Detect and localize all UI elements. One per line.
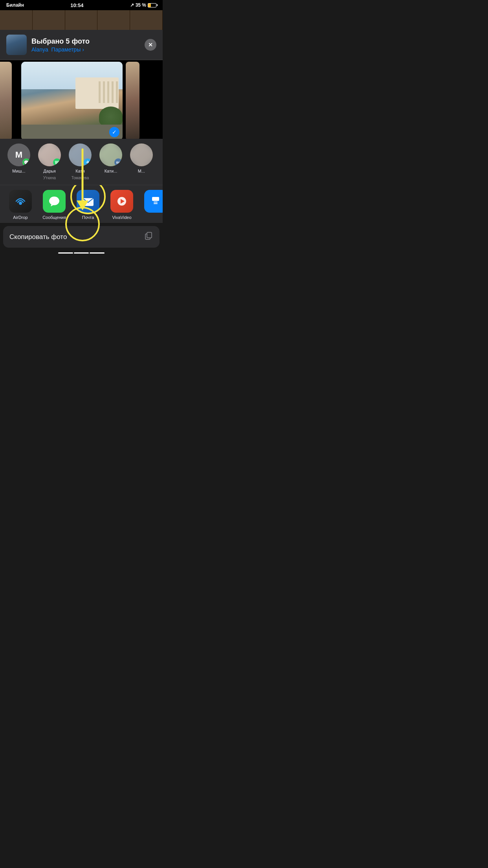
status-right: ↗ 35 % (130, 2, 156, 8)
contact-avatar-5 (130, 143, 153, 166)
copy-icon (145, 232, 153, 242)
contact-badge-2: W (53, 158, 61, 166)
messages-icon (43, 190, 66, 213)
time-label: 10:54 (70, 2, 83, 8)
contact-avatar-2: W (38, 143, 61, 166)
photo-strip-item-3 (65, 10, 98, 30)
menu-item-copy[interactable]: Скопировать фото (3, 226, 160, 248)
carrier-label: Билайн (6, 2, 24, 8)
vivavideo-svg (115, 195, 128, 208)
messages-svg (48, 195, 61, 208)
action-blue-app[interactable] (141, 185, 163, 220)
photo-strip-item-4 (97, 10, 130, 30)
photo-strip-item-2 (33, 10, 65, 30)
thumb-image (6, 35, 27, 55)
actions-row: AirDrop Сообщения Почта VivaVi (0, 185, 163, 223)
action-mail[interactable]: Почта (74, 185, 102, 220)
airdrop-svg (14, 195, 27, 208)
settings-link[interactable]: Параметры (51, 46, 81, 53)
photo-strip-item-1 (0, 10, 33, 30)
menu-section: Скопировать фото (3, 226, 160, 248)
contact-badge-1: 💬 (22, 158, 30, 166)
location-icon: ↗ (130, 2, 134, 8)
share-thumbnail (6, 35, 27, 55)
building-columns (99, 81, 118, 103)
main-photo: ✓ (21, 62, 123, 139)
chevron-icon: › (82, 46, 84, 53)
status-bar: Билайн 10:54 ↗ 35 % (0, 0, 163, 10)
svg-point-1 (49, 197, 59, 205)
airdrop-label: AirDrop (13, 215, 28, 220)
action-vivavideo[interactable]: VivaVideo (108, 185, 136, 220)
svg-rect-6 (154, 202, 158, 202)
copy-photo-label: Скопировать фото (9, 233, 67, 241)
share-header: Выбрано 5 фото Alanya Параметры › ✕ (0, 30, 163, 60)
contact-badge-3: ✈ (84, 158, 92, 166)
contact-name-4: Кати... (105, 169, 117, 173)
contact-item-4[interactable]: ВК Кати... (98, 143, 123, 180)
vivavideo-icon (110, 190, 133, 213)
action-airdrop[interactable]: AirDrop (6, 185, 35, 220)
close-button[interactable]: ✕ (145, 39, 156, 51)
selected-checkmark: ✓ (109, 127, 119, 137)
phone-svg (149, 195, 162, 208)
right-dash (90, 252, 105, 254)
contact-item-1[interactable]: M 💬 Миш... (6, 143, 31, 180)
photo-background (0, 10, 163, 30)
photo-strip-item-5 (130, 10, 163, 30)
contact-name-3: Катя (75, 169, 84, 173)
contact-avatar-3: ✈ (69, 143, 92, 166)
contact-name-2: Дарья (43, 169, 55, 173)
bottom-indicator (0, 249, 163, 257)
center-dash (74, 252, 89, 254)
location-text: Alanya (31, 46, 48, 53)
contact-item-3[interactable]: ✈ Катя Томачева (68, 143, 93, 180)
contact-item-5[interactable]: M... (129, 143, 154, 180)
battery-icon (148, 3, 156, 7)
photo-preview-area: ✓ (0, 60, 163, 139)
side-photo-left (0, 62, 12, 139)
blue-app-icon (144, 190, 163, 213)
contact-item-2[interactable]: W Дарья Уткина (37, 143, 62, 180)
mail-icon (77, 190, 99, 213)
contact-badge-4: ВК (114, 158, 122, 166)
contact-namesub-3: Томачева (72, 176, 89, 180)
mail-label: Почта (82, 215, 94, 220)
mail-svg (81, 195, 95, 208)
svg-rect-7 (154, 203, 158, 204)
share-info: Выбрано 5 фото Alanya Параметры › (31, 37, 140, 53)
contact-name-1: Миш... (12, 169, 25, 173)
contact-avatar-4: ВК (99, 143, 122, 166)
road (21, 125, 123, 139)
share-title: Выбрано 5 фото (31, 37, 140, 46)
airdrop-icon (9, 190, 32, 213)
contact-initial-1: M (15, 150, 22, 160)
action-messages[interactable]: Сообщения (40, 185, 68, 220)
left-dash (58, 252, 73, 254)
vivavideo-label: VivaVideo (112, 215, 131, 220)
battery-label: 35 % (136, 2, 146, 8)
trees (99, 107, 123, 126)
contact-namesub-2: Уткина (43, 176, 56, 180)
contacts-row: M 💬 Миш... W Дарья Уткина ✈ Катя Томачев… (0, 139, 163, 185)
svg-point-0 (19, 202, 22, 205)
messages-label: Сообщения (42, 215, 66, 220)
share-subtitle: Alanya Параметры › (31, 46, 140, 53)
side-photo-right (126, 62, 139, 139)
building-detail (21, 62, 123, 139)
contact-avatar-1: M 💬 (7, 143, 30, 166)
blur-overlay-5 (130, 143, 153, 166)
svg-rect-9 (147, 232, 152, 238)
contact-name-5: M... (138, 169, 145, 173)
